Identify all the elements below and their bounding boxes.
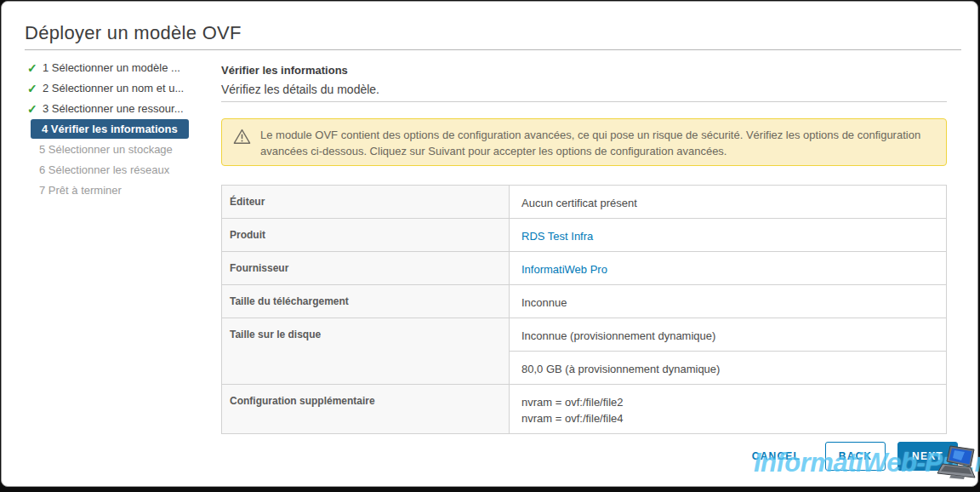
value-text: Aucun certificat présent	[521, 195, 934, 211]
row-value[interactable]: InformatiWeb Pro	[510, 252, 947, 285]
check-icon: ✓	[27, 58, 37, 78]
row-label: Configuration supplémentaire	[222, 385, 510, 434]
check-icon: ✓	[27, 78, 37, 99]
value-text: nvram = ovf:/file/file2	[521, 394, 934, 410]
value-text: Inconnue	[521, 295, 934, 311]
step-heading: Vérifier les informations	[221, 64, 348, 77]
value-text: 80,0 GB (à provisionnement dynamique)	[521, 361, 934, 377]
step-label: 1 Sélectionner un modèle ...	[43, 58, 180, 78]
table-row: FournisseurInformatiWeb Pro	[222, 252, 947, 285]
wizard-step-7[interactable]: 7 Prêt à terminer	[27, 180, 210, 201]
content-divider	[221, 101, 947, 102]
table-row: Configuration supplémentairenvram = ovf:…	[222, 385, 947, 434]
value-link[interactable]: RDS Test Infra	[521, 228, 934, 244]
wizard-step-6[interactable]: 6 Sélectionner les réseaux	[27, 160, 210, 180]
back-button[interactable]: BACK	[825, 442, 886, 471]
laptop-icon	[936, 443, 977, 486]
value-link[interactable]: InformatiWeb Pro	[521, 261, 934, 277]
ovf-details-table: ÉditeurAucun certificat présentProduitRD…	[221, 185, 947, 434]
step-label: 2 Sélectionner un nom et u...	[43, 78, 184, 99]
title-divider	[25, 49, 961, 50]
step-label: 5 Sélectionner un stockage	[39, 140, 173, 160]
row-label: Taille du téléchargement	[222, 285, 510, 318]
cancel-button[interactable]: CANCEL	[750, 442, 802, 471]
table-row: Taille du téléchargementInconnue	[222, 285, 947, 318]
check-icon: ✓	[27, 99, 37, 119]
warning-text: Le module OVF contient des options de co…	[260, 127, 924, 159]
security-warning-banner: Le module OVF contient des options de co…	[221, 118, 947, 166]
wizard-step-5[interactable]: 5 Sélectionner un stockage	[27, 140, 210, 160]
active-step-chip: 4 Vérifier les informations	[31, 119, 189, 139]
row-value: 80,0 GB (à provisionnement dynamique)	[510, 352, 947, 385]
table-row: ProduitRDS Test Infra	[222, 219, 947, 252]
row-label: Taille sur le disque	[222, 318, 510, 385]
wizard-step-3[interactable]: ✓3 Sélectionner une ressour...	[27, 99, 210, 119]
dialog-title: Déployer un modèle OVF	[25, 22, 242, 44]
wizard-step-1[interactable]: ✓1 Sélectionner un modèle ...	[27, 58, 210, 78]
row-label: Fournisseur	[222, 252, 510, 285]
value-text: Inconnue (provisionnement dynamique)	[521, 328, 934, 344]
row-value: Aucun certificat présent	[510, 186, 947, 219]
table-row: ÉditeurAucun certificat présent	[222, 186, 947, 219]
row-label: Éditeur	[222, 186, 510, 219]
row-value[interactable]: RDS Test Infra	[510, 219, 947, 252]
row-value: nvram = ovf:/file/file2nvram = ovf:/file…	[510, 385, 947, 434]
row-value: Inconnue	[510, 285, 947, 318]
table-row: Taille sur le disqueInconnue (provisionn…	[222, 318, 947, 352]
wizard-step-4[interactable]: 4 Vérifier les informations	[27, 119, 210, 140]
wizard-step-2[interactable]: ✓2 Sélectionner un nom et u...	[27, 78, 210, 99]
step-label: 6 Sélectionner les réseaux	[39, 160, 169, 180]
deploy-ovf-dialog: Déployer un modèle OVF ✓1 Sélectionner u…	[1, 1, 978, 487]
row-label: Produit	[222, 219, 510, 252]
wizard-steps: ✓1 Sélectionner un modèle ...✓2 Sélectio…	[27, 58, 210, 201]
step-subheading: Vérifiez les détails du modèle.	[221, 83, 379, 96]
step-label: 3 Sélectionner une ressour...	[43, 99, 184, 119]
wizard-footer: CANCEL BACK NEXT	[750, 442, 958, 471]
row-value: Inconnue (provisionnement dynamique)	[510, 318, 947, 352]
warning-triangle-icon	[233, 129, 251, 148]
step-label: 7 Prêt à terminer	[39, 180, 122, 201]
value-text: nvram = ovf:/file/file4	[521, 410, 934, 426]
